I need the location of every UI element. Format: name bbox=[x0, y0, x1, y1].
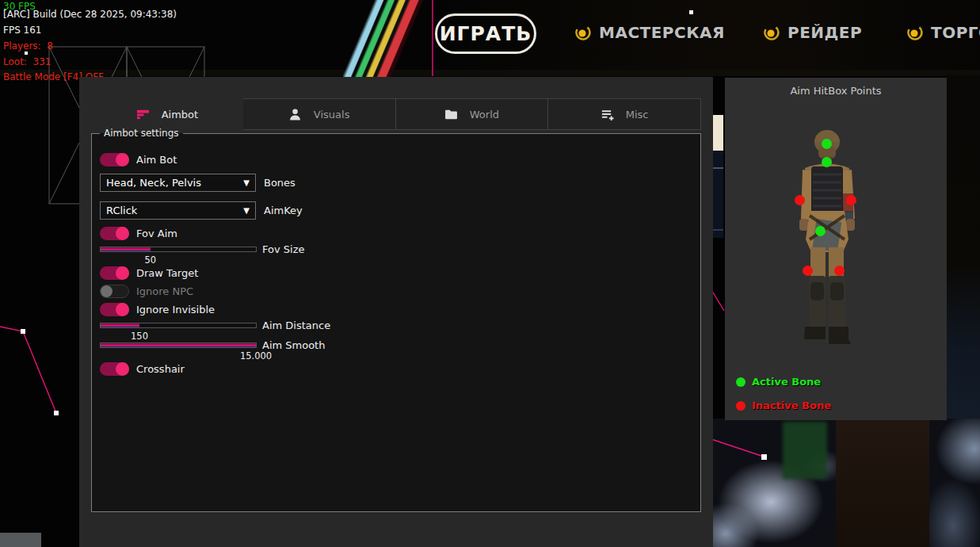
screen: 30 FPS [ARC] Build (Dec 28 2025, 09:43:3… bbox=[0, 0, 980, 547]
legend-label: Inactive Bone bbox=[752, 400, 831, 411]
tab-label: World bbox=[470, 109, 499, 120]
tab-visuals[interactable]: Visuals bbox=[243, 98, 396, 130]
toggle-knob bbox=[101, 285, 112, 297]
workshop-icon bbox=[574, 24, 592, 41]
aimkey-dropdown[interactable]: RClick ▼ bbox=[100, 201, 256, 220]
pistol-icon bbox=[136, 108, 150, 121]
legend-inactive-bone: Inactive Bone bbox=[736, 400, 831, 411]
toggle-knob bbox=[116, 266, 129, 280]
tab-label: Aimbot bbox=[162, 109, 198, 120]
aim-smooth-row: 15.000 Aim Smooth bbox=[100, 341, 692, 358]
toggle-knob bbox=[116, 303, 129, 316]
toggle-label: Fov Aim bbox=[136, 228, 177, 239]
toggle-label: Draw Target bbox=[136, 267, 198, 279]
fov-size-row: 50 Fov Size bbox=[100, 245, 692, 262]
raider-icon bbox=[763, 24, 780, 41]
fps-counter: FPS 161 bbox=[3, 25, 41, 36]
slider-value: 15.000 bbox=[240, 350, 272, 361]
toggle-label: Crosshair bbox=[136, 363, 185, 375]
menu-item-label: РЕЙДЕР bbox=[787, 23, 862, 42]
hitbox-panel: Aim HitBox Points bbox=[725, 78, 947, 420]
dropdown-label: Bones bbox=[264, 177, 296, 189]
ignore-npc-row: Ignore NPC bbox=[100, 285, 692, 298]
legend-active-bone: Active Bone bbox=[736, 376, 821, 388]
tab-world[interactable]: World bbox=[396, 98, 549, 130]
toggle-knob bbox=[116, 153, 129, 166]
inactive-bone-dot bbox=[736, 401, 745, 411]
menu-item-label: МАСТЕРСКАЯ bbox=[599, 23, 725, 42]
slider-fill bbox=[101, 323, 139, 327]
ignore-invisible-toggle[interactable] bbox=[100, 303, 129, 316]
cheat-window: Aimbot Visuals World bbox=[79, 77, 713, 547]
players-counter: Players: 8 bbox=[3, 40, 53, 52]
bones-row: Head, Neck, Pelvis ▼ Bones bbox=[100, 171, 692, 194]
menu-item-trader[interactable]: ТОРГОВЦЫ bbox=[906, 23, 980, 42]
active-bone-dot bbox=[736, 377, 745, 387]
hitbox-point-left-arm[interactable] bbox=[795, 195, 805, 205]
tab-label: Misc bbox=[626, 109, 649, 120]
slider-label: Aim Distance bbox=[262, 319, 330, 331]
menu-item-workshop[interactable]: МАСТЕРСКАЯ bbox=[574, 23, 725, 42]
aimkey-row: RClick ▼ AimKey bbox=[100, 199, 692, 222]
slider-fill bbox=[101, 343, 256, 347]
crosshair-toggle[interactable] bbox=[100, 362, 129, 376]
group-title: Aimbot settings bbox=[100, 128, 183, 139]
hitbox-point-neck[interactable] bbox=[822, 157, 832, 167]
fov-aim-row: Fov Aim bbox=[100, 227, 692, 240]
toggle-knob bbox=[116, 227, 129, 240]
toggle-knob bbox=[116, 362, 129, 376]
draw-target-row: Draw Target bbox=[100, 266, 692, 280]
hitbox-point-head[interactable] bbox=[822, 139, 832, 149]
hitbox-point-pelvis[interactable] bbox=[815, 226, 826, 236]
menu-item-label: ТОРГОВЦЫ bbox=[931, 23, 980, 42]
folder-icon bbox=[444, 108, 458, 121]
legend-label: Active Bone bbox=[752, 376, 821, 388]
dropdown-label: AimKey bbox=[264, 205, 303, 216]
chevron-down-icon: ▼ bbox=[243, 178, 250, 187]
toggle-label: Ignore Invisible bbox=[136, 304, 215, 316]
build-info: [ARC] Build (Dec 28 2025, 09:43:38) bbox=[3, 9, 177, 20]
aim-distance-row: 150 Aim Distance bbox=[100, 321, 692, 338]
play-button[interactable]: ИГРАТЬ bbox=[435, 13, 536, 54]
slider-fill bbox=[101, 247, 151, 251]
ignore-npc-toggle[interactable] bbox=[100, 285, 129, 298]
fov-aim-toggle[interactable] bbox=[100, 227, 129, 240]
tab-label: Visuals bbox=[314, 109, 350, 120]
hitbox-point-right-knee[interactable] bbox=[834, 266, 845, 276]
slider-label: Fov Size bbox=[262, 243, 304, 255]
toggle-label: Ignore NPC bbox=[136, 285, 193, 297]
tab-misc[interactable]: Misc bbox=[548, 98, 701, 130]
person-icon bbox=[288, 108, 302, 121]
bones-dropdown[interactable]: Head, Neck, Pelvis ▼ bbox=[100, 174, 256, 192]
tab-aimbot[interactable]: Aimbot bbox=[91, 98, 243, 130]
hitbox-panel-title: Aim HitBox Points bbox=[725, 85, 947, 97]
draw-target-toggle[interactable] bbox=[100, 266, 129, 280]
slider-value: 150 bbox=[131, 331, 148, 342]
hitbox-point-left-knee[interactable] bbox=[803, 266, 813, 276]
aimbot-settings-group: Aimbot settings Aim Bot Head, Neck, Pelv… bbox=[91, 128, 701, 512]
chevron-down-icon: ▼ bbox=[243, 206, 250, 215]
playlist-add-icon bbox=[601, 108, 614, 121]
toggle-label: Aim Bot bbox=[136, 154, 177, 166]
dropdown-value: RClick bbox=[106, 205, 137, 216]
tab-bar: Aimbot Visuals World bbox=[91, 98, 701, 130]
aim-bot-row: Aim Bot bbox=[100, 153, 692, 166]
aim-smooth-slider[interactable]: 15.000 bbox=[100, 342, 257, 348]
ignore-invisible-row: Ignore Invisible bbox=[100, 303, 692, 316]
dropdown-value: Head, Neck, Pelvis bbox=[106, 177, 201, 189]
loot-counter: Loot: 331 bbox=[3, 56, 51, 67]
aim-bot-toggle[interactable] bbox=[100, 153, 129, 166]
menu-item-raider[interactable]: РЕЙДЕР bbox=[763, 23, 862, 42]
slider-value: 50 bbox=[144, 254, 156, 266]
hitbox-point-right-arm[interactable] bbox=[846, 195, 856, 205]
slider-label: Aim Smooth bbox=[262, 339, 325, 351]
aim-distance-slider[interactable]: 150 bbox=[100, 323, 257, 328]
fov-size-slider[interactable]: 50 bbox=[100, 247, 257, 252]
trader-icon bbox=[906, 24, 924, 41]
crosshair-row: Crosshair bbox=[100, 362, 692, 376]
